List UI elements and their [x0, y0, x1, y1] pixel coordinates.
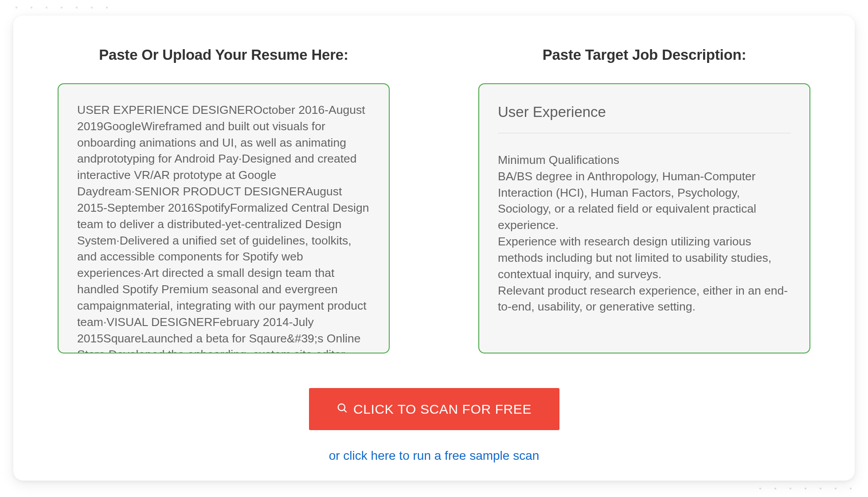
resume-heading: Paste Or Upload Your Resume Here:	[58, 47, 390, 63]
resume-column: Paste Or Upload Your Resume Here: USER E…	[58, 47, 390, 353]
job-description-content[interactable]: Minimum Qualifications BA/BS degree in A…	[498, 152, 791, 315]
search-icon	[336, 402, 348, 417]
scan-card: Paste Or Upload Your Resume Here: USER E…	[13, 16, 855, 481]
job-panel-divider	[498, 133, 791, 133]
resume-input-panel[interactable]: USER EXPERIENCE DESIGNEROctober 2016-Aug…	[58, 83, 390, 353]
input-columns: Paste Or Upload Your Resume Here: USER E…	[58, 47, 810, 353]
scan-button[interactable]: CLICK TO SCAN FOR FREE	[309, 388, 559, 430]
actions-area: CLICK TO SCAN FOR FREE or click here to …	[58, 388, 810, 463]
sample-scan-link[interactable]: or click here to run a free sample scan	[329, 449, 540, 463]
job-input-panel[interactable]: Minimum Qualifications BA/BS degree in A…	[478, 83, 810, 353]
svg-line-1	[344, 409, 347, 412]
job-heading: Paste Target Job Description:	[478, 47, 810, 63]
job-title-input[interactable]	[498, 102, 791, 133]
scan-button-label: CLICK TO SCAN FOR FREE	[353, 402, 532, 417]
svg-point-0	[338, 404, 345, 410]
resume-text-content[interactable]: USER EXPERIENCE DESIGNEROctober 2016-Aug…	[77, 102, 370, 353]
job-column: Paste Target Job Description: Minimum Qu…	[478, 47, 810, 353]
